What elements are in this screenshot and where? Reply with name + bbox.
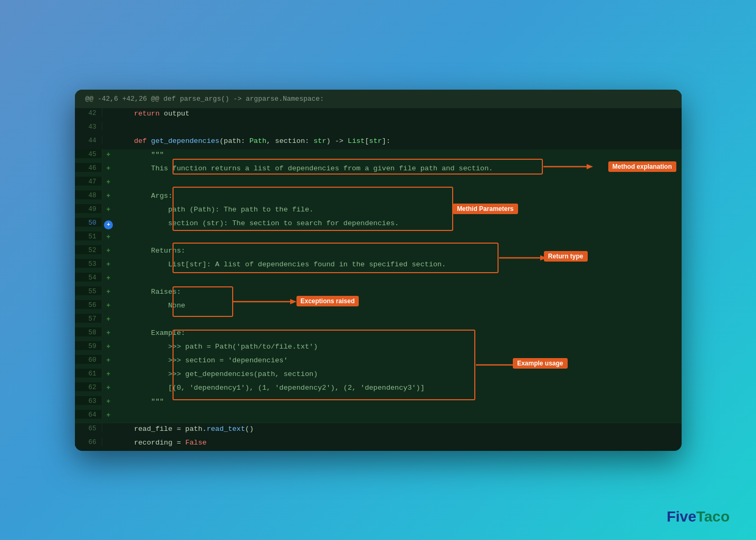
code-line-59: 59 + >>> path = Path('path/to/file.txt') (75, 341, 682, 355)
code-line-55: 55 + Raises: (75, 286, 682, 300)
logo-five: Five (667, 508, 696, 525)
code-line-46: 46 + This function returns a list of dep… (75, 163, 682, 177)
code-line-47: 47 + (75, 177, 682, 190)
code-body: 42 return output 43 44 def get_dependenc… (75, 108, 682, 451)
code-line-45: 45 + """ (75, 149, 682, 163)
code-line-53: 53 + List[str]: A list of dependencies f… (75, 259, 682, 273)
code-line-44: 44 def get_dependencies(path: Path, sect… (75, 136, 682, 149)
code-line-51: 51 + (75, 232, 682, 245)
code-line-58: 58 + Example: (75, 327, 682, 341)
code-line-66: 66 recording = False (75, 437, 682, 451)
fivetaco-logo: FiveTaco (667, 508, 730, 525)
code-line-61: 61 + >>> get_dependencies(path, section) (75, 369, 682, 382)
code-line-48: 48 + Args: (75, 190, 682, 204)
code-line-63: 63 + """ (75, 396, 682, 410)
code-line-65: 65 read_file = path.read_text() (75, 423, 682, 437)
code-line-42: 42 return output (75, 108, 682, 122)
code-line-62: 62 + [(0, 'dependency1'), (1, 'dependenc… (75, 382, 682, 396)
code-line-56: 56 + None (75, 300, 682, 314)
diff-header: @@ -42,6 +42,26 @@ def parse_args() -> a… (75, 90, 682, 108)
method-parameters-label: Methid Parameters (453, 204, 518, 214)
plus-badge-icon: + (104, 220, 113, 229)
example-usage-label: Example usage (513, 358, 567, 369)
logo-taco: Taco (696, 508, 730, 525)
return-type-label: Return type (544, 251, 588, 262)
code-line-60: 60 + >>> section = 'dependencies' (75, 355, 682, 369)
code-line-57: 57 + (75, 314, 682, 327)
code-line-64: 64 + (75, 410, 682, 423)
code-line-50: 50 + section (str): The section to searc… (75, 218, 682, 232)
code-line-54: 54 + (75, 273, 682, 286)
code-panel: @@ -42,6 +42,26 @@ def parse_args() -> a… (75, 90, 682, 451)
code-line-52: 52 + Returns: (75, 245, 682, 259)
exceptions-raised-label: Exceptions raised (296, 296, 359, 306)
method-explanation-label: Method explanation (608, 161, 676, 172)
code-line-49: 49 + path (Path): The path to the file. (75, 204, 682, 218)
code-line-43: 43 (75, 122, 682, 136)
